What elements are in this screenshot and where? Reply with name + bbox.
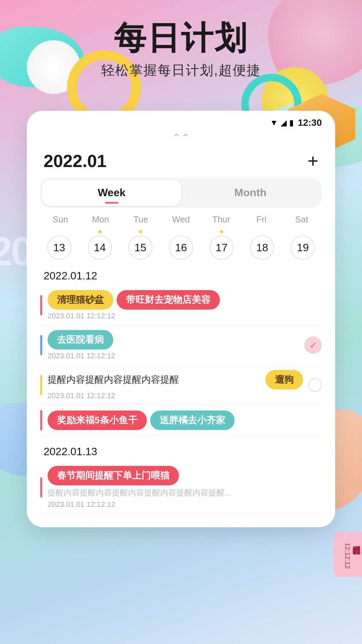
add-event-button[interactable]: +	[307, 152, 318, 170]
dot-18	[260, 230, 264, 233]
dot-15	[139, 230, 142, 233]
task-bar-4	[40, 410, 42, 430]
task-item-1[interactable]: 清理猫砂盆 带旺财去宠物店美容 2023.01.01 12:12:12	[40, 285, 322, 325]
day-cell-19[interactable]: 19	[284, 230, 322, 260]
day-num-18: 18	[250, 235, 274, 260]
task-item-4[interactable]: 奖励来福5条小鱼干 送胖橘去小齐家	[40, 405, 322, 435]
day-cell-16[interactable]: 16	[162, 230, 200, 260]
day-num-13: 13	[47, 235, 71, 260]
task-check-2[interactable]: ✓	[304, 336, 322, 354]
dot-19	[301, 230, 304, 233]
task-title-row-5: 春节期间提醒下单上门喂猫	[48, 466, 322, 485]
day-cell-13[interactable]: 13	[40, 230, 78, 260]
tab-week[interactable]: Week	[42, 180, 181, 206]
calendar-header: 2022.01 +	[27, 144, 335, 174]
task-meta-1: 2023.01.01 12:12:12	[48, 312, 322, 320]
task-content-3: 提醒内容提醒内容提醒内容提醒 遛狗 2023.01.01 12:12:12	[48, 370, 303, 400]
task-meta-5: 2023.01.01 12:12:12	[48, 500, 322, 509]
chip-hospital[interactable]: 去医院看病	[48, 330, 113, 350]
wifi-icon: ▼	[270, 118, 278, 127]
dot-17	[220, 230, 223, 233]
status-bar: ▼ ◢ ▮ 12:30	[27, 111, 335, 128]
day-labels: Sun Mon Tue Wed Thur Fri Sat	[27, 214, 335, 225]
day-cell-14[interactable]: 14	[81, 230, 119, 260]
task-item-5[interactable]: 春节期间提醒下单上门喂猫 提醒内容提醒内容提醒内容提醒内容提醒内容提醒... 2…	[40, 461, 322, 514]
day-label-fri: Fri	[241, 214, 282, 225]
task-meta-2: 2023.01.01 12:12:12	[48, 352, 299, 360]
task-radio-3[interactable]	[308, 378, 322, 392]
chip-walk-dog[interactable]: 遛狗	[265, 370, 303, 389]
day-num-16: 16	[169, 235, 193, 260]
task-content-4: 奖励来福5条小鱼干 送胖橘去小齐家	[48, 411, 322, 430]
chip-pet-beauty[interactable]: 带旺财去宠物店美容	[117, 290, 220, 310]
chip-send-cat[interactable]: 送胖橘去小齐家	[150, 411, 235, 430]
task-title-row-4: 奖励来福5条小鱼干 送胖橘去小齐家	[48, 411, 322, 430]
day-label-mon: Mon	[80, 214, 121, 225]
day-num-14: 14	[88, 235, 112, 260]
task-bar-5	[40, 477, 42, 497]
day-label-thur: Thur	[201, 214, 241, 225]
task-text-5: 提醒内容提醒内容提醒内容提醒内容提醒内容提醒...	[48, 487, 322, 498]
signal-icon: ◢	[281, 118, 287, 127]
day-label-tue: Tue	[121, 214, 161, 225]
day-num-15: 15	[128, 235, 153, 260]
task-bar-2	[40, 335, 42, 355]
section-label-1: 2022.01.12	[27, 260, 335, 285]
task-title-row-3: 提醒内容提醒内容提醒内容提醒 遛狗	[48, 370, 303, 389]
phone-card: ▼ ◢ ▮ 12:30 ⌃⌃ 2022.01 + Week Month Sun …	[27, 111, 335, 527]
day-numbers: 13 14 15 16 17 18 19	[27, 230, 335, 260]
day-label-wed: Wed	[161, 214, 201, 225]
section-label-2: 2022.01.13	[27, 435, 335, 461]
check-icon: ✓	[309, 340, 317, 351]
task-content-1: 清理猫砂盆 带旺财去宠物店美容 2023.01.01 12:12:12	[48, 290, 322, 320]
day-num-17: 17	[209, 235, 234, 260]
chip-reward-fish[interactable]: 奖励来福5条小鱼干	[48, 411, 147, 430]
day-label-sun: Sun	[40, 214, 80, 225]
chip-clean-litter[interactable]: 清理猫砂盆	[48, 290, 113, 310]
task-content-2: 去医院看病 2023.01.01 12:12:12	[48, 330, 299, 360]
day-cell-18[interactable]: 18	[243, 230, 281, 260]
day-label-sat: Sat	[282, 214, 322, 225]
task-content-5: 春节期间提醒下单上门喂猫 提醒内容提醒内容提醒内容提醒内容提醒内容提醒... 2…	[48, 466, 322, 509]
task-meta-3: 2023.01.01 12:12:12	[48, 391, 303, 400]
dot-13	[58, 230, 61, 233]
status-icons: ▼ ◢ ▮	[270, 118, 294, 127]
scroll-indicator: ⌃⌃	[27, 128, 335, 144]
status-time: 12:30	[298, 117, 322, 128]
tab-month[interactable]: Month	[181, 180, 320, 206]
task-list-2: 春节期间提醒下单上门喂猫 提醒内容提醒内容提醒内容提醒内容提醒内容提醒... 2…	[27, 461, 335, 514]
day-cell-15[interactable]: 15	[121, 230, 159, 260]
battery-icon: ▮	[289, 118, 294, 127]
dot-14	[98, 230, 102, 233]
dot-16	[179, 230, 183, 233]
app-title: 每日计划	[0, 20, 362, 56]
task-bar-3	[40, 375, 42, 395]
view-toggle: Week Month	[40, 178, 322, 208]
task-item-3[interactable]: 提醒内容提醒内容提醒内容提醒 遛狗 2023.01.01 12:12:12	[40, 365, 322, 405]
task-list-1: 清理猫砂盆 带旺财去宠物店美容 2023.01.01 12:12:12 去医院看…	[27, 285, 335, 435]
day-num-19: 19	[291, 235, 315, 260]
chip-spring-festival[interactable]: 春节期间提醒下单上门喂猫	[48, 466, 179, 485]
calendar-current-date: 2022.01	[44, 151, 107, 171]
header-section: 每日计划 轻松掌握每日计划,超便捷	[0, 20, 362, 79]
task-item-2[interactable]: 去医院看病 2023.01.01 12:12:12 ✓	[40, 325, 322, 365]
note-card-decoration: 提醒内容提醒内容提醒内容 12:12:12	[334, 532, 362, 577]
app-subtitle: 轻松掌握每日计划,超便捷	[0, 61, 362, 79]
task-title-row-1: 清理猫砂盆 带旺财去宠物店美容	[48, 290, 322, 310]
task-text-3: 提醒内容提醒内容提醒内容提醒	[48, 373, 262, 386]
task-bar-1	[40, 295, 42, 315]
day-cell-17[interactable]: 17	[203, 230, 241, 260]
task-title-row-2: 去医院看病	[48, 330, 299, 350]
